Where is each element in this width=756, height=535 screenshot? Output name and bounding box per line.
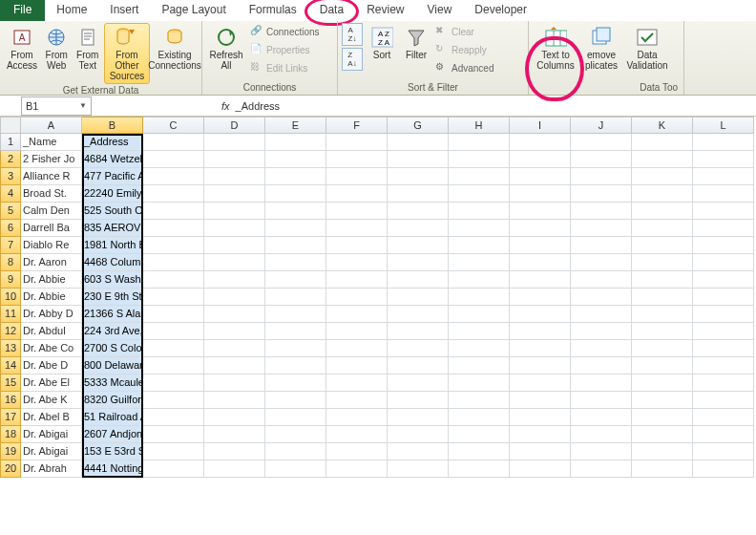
cell[interactable] (265, 237, 326, 254)
cell[interactable]: 2700 S Colorado Blvd, Denver, CO, 80222 (82, 340, 143, 357)
cell[interactable] (693, 392, 754, 409)
cell[interactable] (693, 306, 754, 323)
cell[interactable]: 525 South Olive Street, Los Angeles, CA … (82, 203, 143, 220)
cell[interactable] (204, 409, 265, 426)
cell[interactable] (388, 340, 449, 357)
refresh-all-button[interactable]: Refresh All (206, 23, 246, 74)
cell[interactable] (388, 460, 449, 478)
cell[interactable] (326, 289, 388, 306)
spreadsheet-grid[interactable]: ABCDEFGHIJKL 1_Name_Address22 Fisher Jo4… (0, 117, 756, 478)
cell[interactable] (571, 168, 632, 185)
cell[interactable] (449, 289, 510, 306)
cell[interactable]: Darrell Ba (21, 220, 82, 237)
cell[interactable] (632, 409, 693, 426)
cell[interactable] (265, 151, 326, 168)
cell[interactable] (326, 323, 388, 340)
cell[interactable] (143, 340, 204, 357)
cell[interactable] (265, 357, 326, 374)
cell[interactable] (632, 460, 693, 478)
cell[interactable] (388, 151, 449, 168)
cell[interactable] (388, 357, 449, 374)
cell[interactable] (265, 271, 326, 289)
cell[interactable] (326, 426, 388, 443)
cell[interactable]: 477 Pacific Avenue # 1, San Francisco, C… (82, 168, 143, 185)
cell[interactable] (632, 203, 693, 220)
cell[interactable] (265, 185, 326, 203)
cell[interactable] (143, 271, 204, 289)
cell[interactable] (265, 220, 326, 237)
cell[interactable] (326, 168, 388, 185)
cell[interactable] (326, 409, 388, 426)
cell[interactable]: Dr. Abbie (21, 289, 82, 306)
cell[interactable] (204, 443, 265, 460)
cell[interactable] (632, 306, 693, 323)
data-validation-button[interactable]: Data Validation (624, 23, 670, 74)
cell[interactable]: 1981 North Broadway #270, Walnut Creek, … (82, 237, 143, 254)
cell[interactable] (265, 374, 326, 392)
cell[interactable] (632, 220, 693, 237)
tab-formulas[interactable]: Formulas (238, 0, 308, 21)
cell[interactable] (571, 151, 632, 168)
cell[interactable]: Dr. Abby D (21, 306, 82, 323)
cell[interactable] (693, 409, 754, 426)
cell[interactable] (143, 289, 204, 306)
column-header-F[interactable]: F (326, 117, 388, 134)
cell[interactable] (693, 340, 754, 357)
cell[interactable] (326, 271, 388, 289)
cell[interactable] (510, 203, 571, 220)
cell[interactable] (326, 443, 388, 460)
cell[interactable] (510, 254, 571, 271)
cell[interactable] (693, 426, 754, 443)
tab-data[interactable]: Data (308, 0, 355, 21)
cell[interactable] (265, 460, 326, 478)
cell[interactable]: Dr. Abe Co (21, 340, 82, 357)
cell[interactable] (265, 306, 326, 323)
cell[interactable] (388, 443, 449, 460)
cell[interactable] (143, 357, 204, 374)
cell[interactable] (388, 392, 449, 409)
row-header[interactable]: 15 (0, 374, 21, 392)
cell[interactable] (510, 392, 571, 409)
row-header[interactable]: 9 (0, 271, 21, 289)
row-header[interactable]: 20 (0, 460, 21, 478)
cell[interactable]: Dr. Abigai (21, 426, 82, 443)
cell[interactable] (388, 323, 449, 340)
cell[interactable] (571, 254, 632, 271)
sort-za-button[interactable]: ZA↓ (342, 48, 363, 71)
row-header[interactable]: 17 (0, 409, 21, 426)
cell[interactable] (510, 357, 571, 374)
cell[interactable] (143, 237, 204, 254)
cell[interactable] (265, 254, 326, 271)
cell[interactable] (204, 323, 265, 340)
cell[interactable] (693, 203, 754, 220)
cell[interactable] (449, 460, 510, 478)
cell[interactable]: 8320 Guilford Rd, Columbia, MD, 21046 (82, 392, 143, 409)
cell[interactable] (265, 168, 326, 185)
cell[interactable] (632, 185, 693, 203)
cell[interactable]: Alliance R (21, 168, 82, 185)
cell[interactable]: Dr. Abdul (21, 323, 82, 340)
cell[interactable] (632, 168, 693, 185)
cell[interactable]: Dr. Abe D (21, 357, 82, 374)
cell[interactable] (388, 271, 449, 289)
cell[interactable]: 21366 S Alameda St, Long Beach, CA, 9081… (82, 306, 143, 323)
cell[interactable] (693, 374, 754, 392)
cell[interactable] (388, 254, 449, 271)
cell[interactable] (143, 443, 204, 460)
column-header-J[interactable]: J (571, 117, 632, 134)
cell[interactable] (143, 409, 204, 426)
tab-home[interactable]: Home (45, 0, 98, 21)
row-header[interactable]: 13 (0, 340, 21, 357)
cell[interactable] (449, 357, 510, 374)
cell[interactable] (265, 134, 326, 151)
cell[interactable] (510, 443, 571, 460)
cell[interactable] (449, 220, 510, 237)
cell[interactable] (326, 357, 388, 374)
cell[interactable] (510, 460, 571, 478)
row-header[interactable]: 1 (0, 134, 21, 151)
cell[interactable] (632, 254, 693, 271)
cell[interactable] (143, 134, 204, 151)
cell[interactable]: Diablo Re (21, 237, 82, 254)
tab-pagelayout[interactable]: Page Layout (150, 0, 237, 21)
cell[interactable] (449, 237, 510, 254)
